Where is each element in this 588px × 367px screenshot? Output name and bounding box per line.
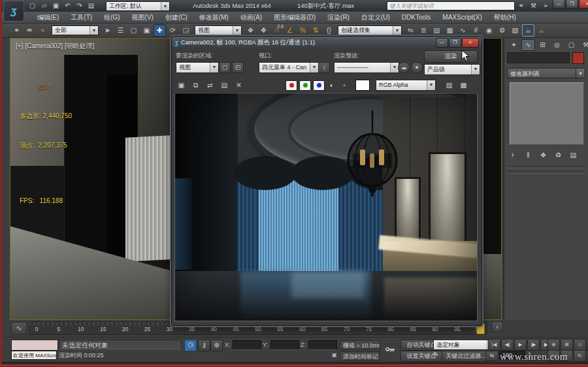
modifier-stack-list[interactable] bbox=[510, 82, 584, 145]
tab-hierarchy[interactable]: ⊞ bbox=[536, 39, 549, 51]
window-crossing-icon[interactable]: ▣ bbox=[140, 24, 153, 37]
channel-display-dropdown[interactable]: RGB Alpha▼ bbox=[376, 80, 436, 91]
add-time-tag-button[interactable]: 添加时间标记 bbox=[340, 351, 380, 360]
menu-item[interactable]: 渲染(R) bbox=[321, 13, 355, 22]
edit-region-button[interactable]: ▢ bbox=[219, 62, 231, 73]
spinner-snap-icon[interactable]: ⇅ bbox=[310, 24, 322, 37]
bind-to-spacewarp-icon[interactable]: ≈ bbox=[37, 24, 49, 37]
blue-channel-button[interactable] bbox=[313, 80, 325, 91]
print-image-icon[interactable]: ▤ bbox=[218, 79, 231, 91]
save-image-icon[interactable]: ▣ bbox=[175, 79, 188, 91]
menu-item[interactable]: 工具(T) bbox=[65, 13, 98, 22]
max-logo-button[interactable]: ʒ bbox=[3, 1, 24, 22]
new-file-icon[interactable]: ▢ bbox=[27, 1, 37, 10]
x-coord-field[interactable] bbox=[233, 340, 261, 350]
selection-set-dropdown[interactable]: 选定对象▼ bbox=[433, 340, 496, 350]
angle-snap-icon[interactable]: ∠ bbox=[284, 24, 296, 37]
workspace-dropdown[interactable]: 工作区: 默认▼ bbox=[106, 1, 170, 11]
object-color-swatch[interactable] bbox=[572, 52, 584, 64]
menu-item[interactable]: 视图(V) bbox=[126, 13, 159, 22]
menu-item[interactable]: 编辑(E) bbox=[31, 13, 65, 22]
mirror-icon[interactable]: ⇋ bbox=[404, 24, 417, 37]
modifier-list-dropdown[interactable]: 修改器列表▼ bbox=[507, 68, 585, 78]
menu-item[interactable]: 图形编辑器(D) bbox=[268, 13, 321, 22]
lock-viewport-button[interactable]: ⚷ bbox=[318, 62, 330, 73]
rfw-close-button[interactable]: ✕ bbox=[462, 38, 479, 48]
menu-item[interactable]: 帮助(H) bbox=[488, 13, 522, 22]
previous-frame-button[interactable]: ◀| bbox=[501, 339, 514, 351]
selection-region-icon[interactable]: ▢ bbox=[127, 24, 140, 37]
channel-shuffle-icon[interactable]: ⇄ bbox=[204, 79, 216, 91]
area-to-render-dropdown[interactable]: 视图▼ bbox=[176, 62, 219, 73]
sign-in-icon[interactable]: ➢ bbox=[541, 1, 551, 10]
rendered-frame-window[interactable]: ʒ Camera002, 帧 100, RGBA 颜色 16 位/通道 (1:1… bbox=[171, 36, 482, 326]
monochrome-button[interactable]: ▪ bbox=[339, 79, 350, 91]
green-channel-button[interactable] bbox=[299, 80, 311, 91]
render-preset-dropdown[interactable]: ----------------▼ bbox=[334, 62, 399, 73]
material-editor-icon[interactable]: ◉ bbox=[483, 24, 495, 37]
selection-lock-button[interactable]: ⚷ bbox=[198, 340, 210, 351]
next-frame-arrow-button[interactable]: › bbox=[491, 321, 503, 332]
save-file-icon[interactable]: ▣ bbox=[51, 1, 61, 10]
render-quality-dropdown[interactable]: 产品级▼ bbox=[424, 64, 480, 75]
orbit-icon[interactable]: ↻ bbox=[574, 350, 586, 362]
schematic-view-icon[interactable]: # bbox=[470, 24, 482, 37]
graphite-ribbon-icon[interactable]: ▦ bbox=[444, 24, 456, 37]
configure-modifier-sets-icon[interactable]: ▤ bbox=[567, 149, 580, 161]
minimize-button[interactable]: — bbox=[553, 0, 565, 8]
alpha-channel-button[interactable]: ◐ bbox=[327, 79, 337, 91]
close-button[interactable]: ✕ bbox=[579, 0, 588, 8]
next-frame-button[interactable]: |▶ bbox=[527, 339, 540, 351]
render-setup-icon[interactable]: ⚙ bbox=[496, 24, 508, 37]
make-unique-icon[interactable]: ❖ bbox=[537, 149, 549, 161]
curve-editor-icon[interactable]: ∿ bbox=[457, 24, 469, 37]
render-production-icon[interactable]: ☕ bbox=[522, 24, 534, 37]
viewport-shading-mode[interactable]: [明暗处理] bbox=[65, 42, 95, 50]
go-to-start-button[interactable]: |◀ bbox=[488, 339, 500, 351]
use-pivot-center-icon[interactable]: ❖ bbox=[244, 24, 257, 37]
mini-curve-editor-button[interactable]: ∿ bbox=[11, 322, 27, 335]
named-selection-dropdown[interactable]: 创建选择集▼ bbox=[338, 25, 402, 35]
maxscript-mini-listener[interactable] bbox=[11, 340, 58, 351]
align-icon[interactable]: ≣ bbox=[417, 24, 430, 37]
reference-coordinate-dropdown[interactable]: 视图▼ bbox=[195, 25, 242, 35]
undo-icon[interactable]: ↶ bbox=[63, 1, 73, 10]
absolute-offset-toggle-button[interactable]: ⊕ bbox=[210, 340, 223, 351]
edit-named-selections-icon[interactable]: {} bbox=[323, 24, 335, 37]
selection-filter-dropdown[interactable]: 全部▼ bbox=[52, 25, 99, 35]
play-button[interactable]: ▶ bbox=[514, 339, 527, 351]
tab-modify[interactable]: ∿ bbox=[521, 39, 535, 51]
layer-manager-icon[interactable]: ▤ bbox=[431, 24, 443, 37]
menu-item[interactable]: 动画(A) bbox=[235, 13, 268, 22]
zoom-extents-icon[interactable]: ◇ bbox=[574, 339, 586, 351]
z-coord-field[interactable] bbox=[308, 340, 337, 350]
remove-modifier-icon[interactable]: ♻ bbox=[552, 149, 564, 161]
select-and-rotate-icon[interactable]: ⟳ bbox=[167, 24, 179, 37]
tab-display[interactable]: ▢ bbox=[564, 39, 578, 51]
set-keys-big-key-icon[interactable]: ⚷ bbox=[381, 341, 399, 358]
zoom-all-icon[interactable]: ⊞ bbox=[561, 339, 573, 351]
viewport-menu-plus[interactable]: [+] bbox=[16, 42, 23, 50]
color-correction-icon[interactable]: ▨ bbox=[443, 79, 455, 91]
menu-item[interactable]: MAXScript(X) bbox=[436, 14, 488, 21]
pixel-color-swatch[interactable] bbox=[355, 80, 370, 91]
unlink-selection-icon[interactable]: ⚮ bbox=[24, 24, 36, 37]
object-name-field[interactable] bbox=[507, 52, 570, 63]
rendered-frame-window-icon[interactable]: ▧ bbox=[509, 24, 521, 37]
y-coord-field[interactable] bbox=[270, 340, 299, 350]
menu-item[interactable]: 创建(C) bbox=[159, 13, 193, 22]
select-and-manipulate-icon[interactable]: ✥ bbox=[257, 24, 270, 37]
pin-stack-icon[interactable]: ⊦ bbox=[507, 149, 519, 161]
select-and-scale-icon[interactable]: ◲ bbox=[180, 24, 192, 37]
search-input[interactable]: 键入关键字或短语 bbox=[387, 1, 515, 10]
open-file-icon[interactable]: ▱ bbox=[39, 1, 49, 10]
show-end-result-icon[interactable]: ‖ bbox=[522, 149, 534, 161]
clone-window-icon[interactable]: ⧉ bbox=[189, 79, 202, 91]
isolate-selection-button[interactable]: ⚆ bbox=[184, 340, 197, 351]
select-and-move-icon[interactable]: ✚ bbox=[154, 24, 166, 37]
key-filters-button[interactable]: 关键点过滤器... bbox=[442, 351, 490, 362]
render-iterative-icon[interactable]: ☕ bbox=[535, 24, 547, 37]
menu-item[interactable]: 修改器(M) bbox=[193, 13, 235, 22]
auto-region-button[interactable]: ◰ bbox=[232, 62, 244, 73]
key-mode-toggle-button[interactable]: ⇆ bbox=[485, 351, 498, 361]
